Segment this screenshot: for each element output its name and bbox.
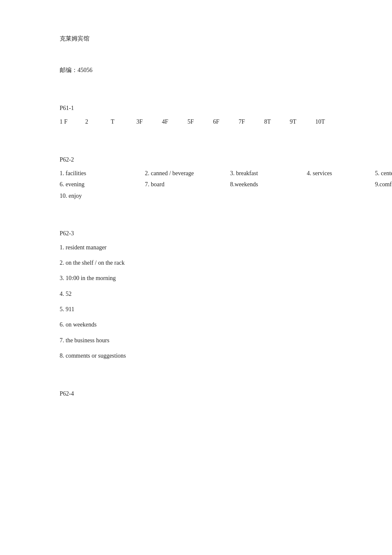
- p61-item-6: 5F: [187, 117, 200, 127]
- p61-item-11: 10T: [315, 117, 328, 127]
- chinese-title: 克莱姆宾馆: [60, 34, 332, 43]
- p62-2-item-11: 10. enjoy: [60, 191, 145, 201]
- p62-2-item-15: [375, 191, 392, 201]
- p61-item-7: 6F: [213, 117, 226, 127]
- p61-item-8: 7F: [239, 117, 251, 127]
- p62-3-item-6: 6. on weekends: [60, 320, 332, 330]
- p62-3-list: 1. resident manager 2. on the shelf / on…: [60, 243, 332, 361]
- p62-2-item-7: 7. board: [145, 180, 230, 189]
- p62-3-item-1: 1. resident manager: [60, 243, 332, 252]
- p62-3-item-4: 4. 52: [60, 289, 332, 299]
- p61-item-4: 3F: [136, 117, 149, 127]
- p61-item-3: T: [111, 117, 124, 127]
- p62-2-item-6: 6. evening: [60, 180, 145, 189]
- p61-item-1: 1 F: [60, 117, 72, 127]
- p61-item-10: 9T: [290, 117, 303, 127]
- p62-2-item-14: [307, 191, 375, 201]
- p62-3-item-8: 8. comments or suggestions: [60, 351, 332, 361]
- p62-2-item-10: 9.comfortable: [375, 180, 392, 189]
- p62-2-item-5: 5. center: [375, 169, 392, 178]
- p62-3-item-3: 3. 10:00 in the morning: [60, 274, 332, 283]
- p62-4-section-id: P62-4: [60, 389, 332, 399]
- postal-code: 邮编：45056: [60, 66, 332, 75]
- p61-item-2: 2: [85, 117, 98, 127]
- p62-2-item-3: 3. breakfast: [230, 169, 307, 178]
- p61-item-5: 4F: [162, 117, 175, 127]
- p62-3-item-2: 2. on the shelf / on the rack: [60, 258, 332, 268]
- p61-row: 1 F 2 T 3F 4F 5F 6F 7F 8T 9T 10T: [60, 117, 332, 127]
- p62-3-item-5: 5. 911: [60, 305, 332, 314]
- p62-3-section-id: P62-3: [60, 229, 332, 238]
- p62-2-item-8: 8.weekends: [230, 180, 307, 189]
- p62-2-section-id: P62-2: [60, 155, 332, 165]
- p61-section-id: P61-1: [60, 104, 332, 113]
- p62-2-item-4: 4. services: [307, 169, 375, 178]
- p62-3-item-7: 7. the business hours: [60, 336, 332, 345]
- p62-2-item-13: [230, 191, 307, 201]
- p62-2-item-1: 1. facilities: [60, 169, 145, 178]
- p62-2-grid: 1. facilities 2. canned / beverage 3. br…: [60, 169, 332, 201]
- p62-2-item-9: [307, 180, 375, 189]
- p62-2-item-2: 2. canned / beverage: [145, 169, 230, 178]
- p61-item-9: 8T: [264, 117, 277, 127]
- p62-2-item-12: [145, 191, 230, 201]
